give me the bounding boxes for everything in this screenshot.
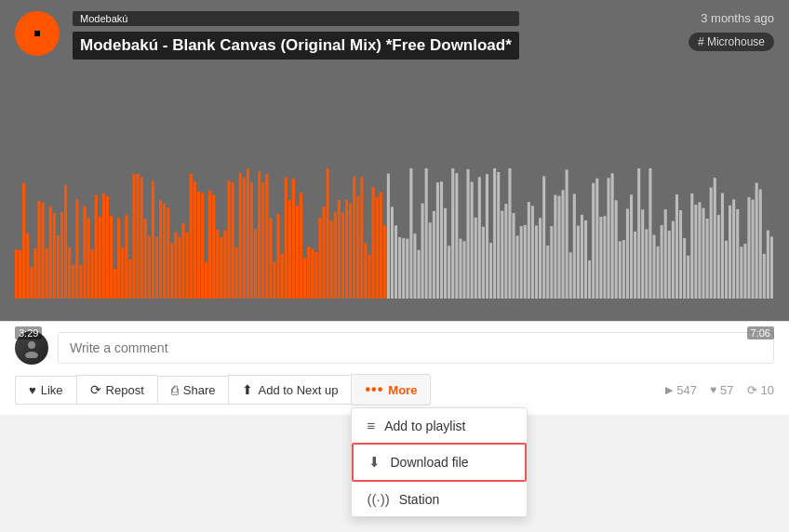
more-button[interactable]: ••• More — [351, 374, 431, 406]
controls-section: ♥ Like ⟳ Repost ⎙ Share ⬆ Add to Next up… — [0, 321, 789, 415]
share-label: Share — [183, 383, 216, 397]
waveform-container[interactable]: 3:29 7:06 — [0, 135, 789, 321]
time-total: 7:06 — [747, 326, 774, 339]
genre-tag[interactable]: # Microhouse — [689, 33, 774, 51]
add-to-next-label: Add to Next up — [258, 383, 338, 397]
action-bar: ♥ Like ⟳ Repost ⎙ Share ⬆ Add to Next up… — [15, 374, 774, 406]
like-button[interactable]: ♥ Like — [15, 376, 76, 405]
share-button[interactable]: ⎙ Share — [157, 376, 229, 405]
download-icon: ⬇ — [368, 454, 381, 471]
like-icon: ♥ — [29, 383, 36, 397]
waveform-canvas[interactable] — [15, 168, 774, 299]
comment-input[interactable] — [58, 332, 774, 364]
plays-icon: ▶ — [665, 384, 673, 396]
stats-row: ▶ 547 ♥ 57 ⟳ 10 — [665, 383, 774, 397]
station-label: Station — [399, 492, 440, 507]
timestamp: 3 months ago — [701, 11, 774, 25]
comment-row — [15, 331, 774, 365]
repost-button[interactable]: ⟳ Repost — [76, 375, 157, 405]
likes-stat: ♥ 57 — [710, 383, 734, 397]
add-to-playlist-item[interactable]: ≡ Add to playlist — [352, 408, 527, 443]
track-title: Modebakú - Blank Canvas (Original Mix) *… — [73, 32, 519, 60]
player-header: Modebakú Modebakú - Blank Canvas (Origin… — [0, 0, 789, 60]
share-icon: ⎙ — [171, 383, 179, 397]
dropdown-menu: ≡ Add to playlist ⬇ Download file ((·)) … — [351, 407, 528, 517]
repost-icon: ⟳ — [90, 382, 101, 397]
plays-stat: ▶ 547 — [665, 383, 697, 397]
svg-point-1 — [25, 352, 38, 358]
plays-count: 547 — [676, 383, 697, 397]
more-label: More — [388, 383, 417, 397]
reposts-count: 10 — [761, 383, 774, 397]
reposts-stat: ⟳ 10 — [747, 383, 774, 397]
heart-icon: ♥ — [710, 383, 716, 396]
more-menu-container: ••• More ≡ Add to playlist ⬇ Download fi… — [351, 374, 431, 406]
player-section: Modebakú Modebakú - Blank Canvas (Origin… — [0, 0, 789, 321]
repost-stat-icon: ⟳ — [747, 383, 757, 397]
station-item[interactable]: ((·)) Station — [352, 482, 527, 516]
like-label: Like — [41, 383, 63, 397]
add-to-next-button[interactable]: ⬆ Add to Next up — [228, 375, 351, 405]
playlist-icon: ≡ — [367, 418, 375, 433]
download-file-item[interactable]: ⬇ Download file — [352, 443, 527, 482]
repost-label: Repost — [106, 383, 144, 397]
station-icon: ((·)) — [367, 491, 389, 507]
time-elapsed: 3:29 — [15, 326, 42, 339]
add-to-playlist-label: Add to playlist — [384, 419, 465, 433]
svg-point-0 — [28, 341, 35, 349]
pause-button[interactable] — [15, 11, 60, 56]
likes-count: 57 — [720, 383, 733, 397]
more-dots-icon: ••• — [365, 381, 383, 398]
add-next-icon: ⬆ — [242, 382, 253, 397]
download-file-label: Download file — [390, 455, 468, 470]
artist-name: Modebakú — [73, 11, 519, 26]
